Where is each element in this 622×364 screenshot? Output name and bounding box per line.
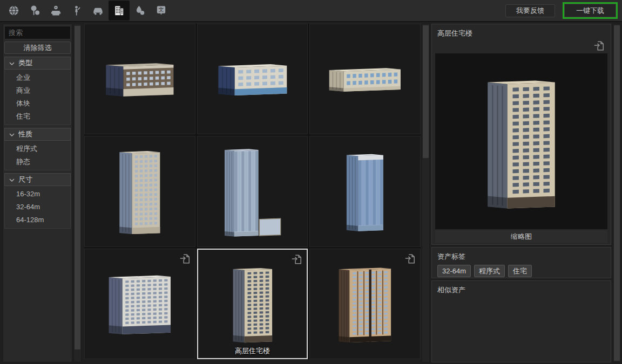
asset-grid: 高层住宅楼 <box>84 24 421 359</box>
chevron-down-icon <box>9 131 15 139</box>
clear-filters-button[interactable]: 清除筛选 <box>4 42 71 54</box>
filter-option[interactable]: 商业 <box>5 84 70 97</box>
filter-group-items: 程序式静态 <box>4 141 71 170</box>
filter-group-label: 类型 <box>18 58 32 68</box>
vegetation-icon <box>29 4 41 17</box>
building-thumbnail <box>202 140 303 242</box>
category-icon-bar: 文 <box>3 1 172 20</box>
asset-title: 高层住宅楼 <box>437 29 472 38</box>
asset-tag[interactable]: 32-64m <box>437 265 471 277</box>
building-thumbnail <box>202 28 303 129</box>
building-icon <box>113 4 125 17</box>
asset-tags-section: 资产标签 32-64m程序式住宅 <box>431 247 611 278</box>
grid-scrollbar[interactable] <box>422 24 430 362</box>
download-button-highlight: 一键下载 <box>563 2 618 19</box>
toolbar-vegetation-button[interactable] <box>24 1 45 20</box>
asset-card-industrial-hall-building[interactable] <box>309 24 421 134</box>
top-toolbar: 文 我要反馈 一键下载 <box>0 0 622 22</box>
asset-tags-label: 资产标签 <box>437 252 605 262</box>
filter-group-label: 尺寸 <box>18 175 32 184</box>
asset-card-glass-tower-with-podium[interactable] <box>197 136 308 246</box>
asset-details-panel: 高层住宅楼 缩略图 资产标签 32-64m程序式住宅 相似资产 <box>431 24 611 362</box>
toolbar-sign-button[interactable]: 文 <box>151 1 172 20</box>
similar-assets-section: 相似资产 <box>431 280 611 362</box>
filter-sidebar: 清除筛选 类型企业商业体块住宅性质程序式静态尺寸16-32m32-64m64-1… <box>3 24 72 362</box>
filter-group-label: 性质 <box>18 129 32 139</box>
filter-group: 性质程序式静态 <box>4 128 71 170</box>
search-input[interactable] <box>4 26 71 39</box>
toolbar-building-button[interactable] <box>109 1 130 20</box>
filter-option[interactable]: 体块 <box>5 97 70 110</box>
import-icon[interactable] <box>290 253 302 265</box>
sign-icon: 文 <box>155 4 167 17</box>
building-thumbnail <box>89 140 191 242</box>
import-icon[interactable] <box>404 253 416 265</box>
filter-group: 尺寸16-32m32-64m64-128m <box>4 173 71 229</box>
props-icon <box>50 4 62 17</box>
filter-option[interactable]: 企业 <box>5 71 70 84</box>
building-thumbnail <box>314 140 416 242</box>
filter-option[interactable]: 程序式 <box>5 142 70 155</box>
filter-group-header[interactable]: 性质 <box>4 128 71 141</box>
asset-card-stone-office-tower[interactable] <box>84 136 195 246</box>
one-click-download-button[interactable]: 一键下载 <box>564 4 616 17</box>
material-icon <box>134 4 146 17</box>
import-icon[interactable] <box>593 40 605 52</box>
building-thumbnail <box>202 253 303 354</box>
panel-scrollbar[interactable] <box>613 24 621 362</box>
filter-option[interactable]: 16-32m <box>5 188 70 201</box>
filter-option[interactable]: 64-128m <box>5 214 70 226</box>
toolbar-globe-button[interactable] <box>3 1 24 20</box>
toolbar-props-button[interactable] <box>45 1 66 20</box>
asset-card-label: 高层住宅楼 <box>198 346 307 356</box>
building-thumbnail <box>314 28 416 129</box>
character-icon <box>71 4 83 17</box>
filter-group: 类型企业商业体块住宅 <box>4 57 71 125</box>
sidebar-scrollbar-thumb[interactable] <box>75 26 80 349</box>
toolbar-character-button[interactable] <box>66 1 87 20</box>
building-thumbnail <box>314 252 416 354</box>
toolbar-material-button[interactable] <box>130 1 151 20</box>
filter-group-items: 企业商业体块住宅 <box>4 70 71 125</box>
sidebar-scrollbar[interactable] <box>73 24 82 362</box>
asset-card-blue-glass-tower[interactable] <box>309 136 421 246</box>
building-thumbnail <box>89 252 191 354</box>
asset-card-low-rise-office-building-white-blue[interactable] <box>197 24 308 134</box>
asset-card-mid-rise-residential-building[interactable] <box>84 249 195 359</box>
building-thumbnail <box>89 28 191 129</box>
chevron-down-icon <box>9 176 15 184</box>
vehicle-icon <box>92 4 104 17</box>
filter-option[interactable]: 住宅 <box>5 110 70 123</box>
filter-group-items: 16-32m32-64m64-128m <box>4 186 71 229</box>
filter-group-header[interactable]: 尺寸 <box>4 173 71 186</box>
preview-section: 高层住宅楼 缩略图 <box>431 24 611 245</box>
toolbar-vehicle-button[interactable] <box>87 1 109 20</box>
import-icon[interactable] <box>179 253 191 265</box>
asset-tag[interactable]: 住宅 <box>508 265 532 277</box>
asset-card-low-rise-office-building-brown[interactable] <box>84 24 195 134</box>
panel-scrollbar-thumb[interactable] <box>614 25 620 361</box>
asset-card-twin-residential-towers[interactable] <box>309 249 421 359</box>
filter-groups: 类型企业商业体块住宅性质程序式静态尺寸16-32m32-64m64-128m <box>4 57 71 229</box>
asset-tags-row: 32-64m程序式住宅 <box>437 265 605 277</box>
filter-option[interactable]: 32-64m <box>5 201 70 214</box>
similar-assets-label: 相似资产 <box>437 285 605 295</box>
grid-scrollbar-thumb[interactable] <box>423 25 429 158</box>
feedback-button[interactable]: 我要反馈 <box>505 4 555 17</box>
filter-option[interactable]: 静态 <box>5 155 70 168</box>
svg-text:文: 文 <box>158 6 164 12</box>
asset-card-high-rise-residential-tower[interactable]: 高层住宅楼 <box>197 249 308 359</box>
chevron-down-icon <box>9 59 15 67</box>
globe-icon <box>8 4 20 17</box>
filter-group-header[interactable]: 类型 <box>4 57 71 70</box>
asset-tag[interactable]: 程序式 <box>474 265 505 277</box>
asset-preview-image <box>435 53 607 229</box>
thumbnail-caption: 缩略图 <box>435 230 607 243</box>
